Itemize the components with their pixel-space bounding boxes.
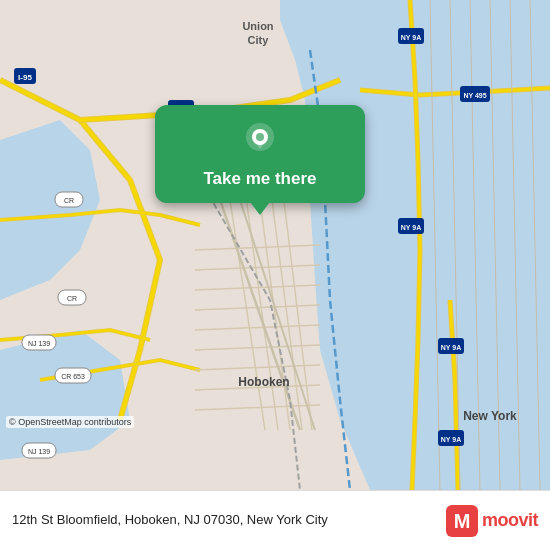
svg-text:CR: CR — [67, 295, 77, 302]
svg-text:CR 653: CR 653 — [61, 373, 85, 380]
map-attribution: © OpenStreetMap contributors — [6, 416, 134, 428]
svg-text:NY 495: NY 495 — [463, 92, 486, 99]
take-me-there-label: Take me there — [203, 169, 316, 189]
bottom-bar: 12th St Bloomfield, Hoboken, NJ 07030, N… — [0, 490, 550, 550]
svg-text:NJ 139: NJ 139 — [28, 340, 50, 347]
svg-text:NJ 139: NJ 139 — [28, 448, 50, 455]
map-container: I-95 NJ 495 NY 9A NY 495 NY 9A NY 9A NY … — [0, 0, 550, 490]
svg-text:NY 9A: NY 9A — [401, 34, 422, 41]
svg-text:City: City — [248, 34, 270, 46]
svg-text:M: M — [454, 510, 471, 532]
moovit-m-icon: M — [446, 505, 478, 537]
svg-text:CR: CR — [64, 197, 74, 204]
svg-text:Hoboken: Hoboken — [238, 375, 289, 389]
svg-text:NY 9A: NY 9A — [401, 224, 422, 231]
svg-text:NY 9A: NY 9A — [441, 344, 462, 351]
location-pin-icon — [238, 119, 282, 163]
moovit-wordmark: moovit — [482, 510, 538, 531]
take-me-there-button[interactable]: Take me there — [155, 105, 365, 203]
svg-text:NY 9A: NY 9A — [441, 436, 462, 443]
svg-text:New York: New York — [463, 409, 517, 423]
address-text: 12th St Bloomfield, Hoboken, NJ 07030, N… — [12, 511, 446, 529]
svg-text:Union: Union — [242, 20, 273, 32]
moovit-logo: M moovit — [446, 505, 538, 537]
svg-text:I-95: I-95 — [18, 73, 32, 82]
